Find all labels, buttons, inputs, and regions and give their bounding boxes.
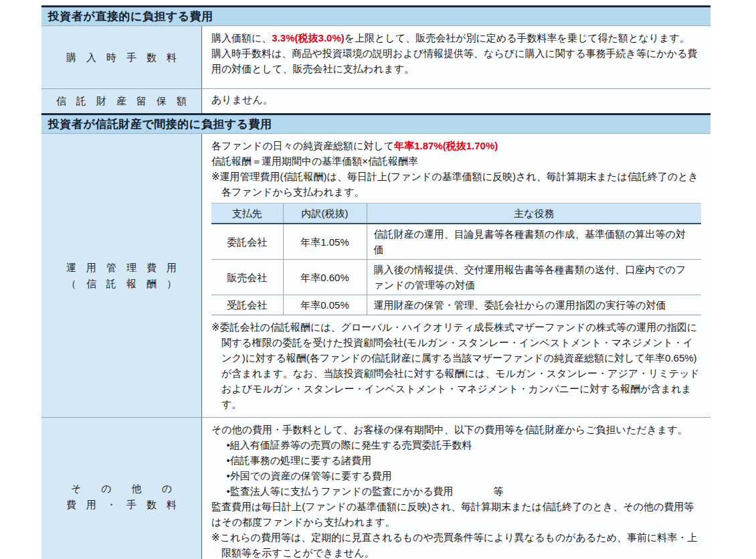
section-title: 投資者が直接的に負担する費用: [48, 9, 213, 24]
other-fees-label-line2: 費 用 ・ 手 数 料: [66, 497, 177, 513]
fee-breakdown-table: 支払先 内訳(税抜) 主な役務 委託会社 年率1.05% 信託財産の運用、目論見…: [211, 203, 701, 315]
table-row: 委託会社 年率1.05% 信託財産の運用、目論見書等各種書類の作成、基準価額の算…: [211, 224, 701, 260]
retention-label: 信 託 財 産 留 保 額: [56, 93, 187, 109]
management-fee-label-line2: （ 信 託 報 酬 ）: [66, 276, 177, 292]
purchase-fee-purpose-text: 購入時手数料は、商品や投資環境の説明および情報提供等、ならびに購入に関する事務手…: [211, 46, 701, 76]
payee-cell: 委託会社: [211, 224, 283, 260]
management-fee-content: 各ファンドの日々の純資産総額に対して年率1.87%(税抜1.70%) 信託報酬＝…: [202, 134, 711, 417]
retention-label-cell: 信 託 財 産 留 保 額: [41, 89, 202, 113]
other-fees-bullet-foreign-custody: •外国での資産の保管等に要する費用: [211, 468, 701, 483]
rate-cell: 年率0.05%: [283, 295, 367, 315]
purchase-fee-limit-text: 購入価額に、3.3%(税抜3.0%)を上限として、販売会社が別に定める手数料率を…: [211, 30, 701, 46]
management-fee-note2: ※委託会社の信託報酬には、グローバル・ハイクオリティ成長株式マザーファンドの株式…: [211, 319, 701, 412]
other-fees-intro-text: その他の費用・手数料として、お客様の保有期間中、以下の費用等を信託財産からご負担…: [211, 422, 701, 437]
other-fees-bullet-brokerage: •組入有価証券等の売買の際に発生する売買委託手数料: [211, 437, 701, 453]
management-fee-rate-text: 各ファンドの日々の純資産総額に対して年率1.87%(税抜1.70%): [211, 138, 701, 153]
row-management-fee: 運 用 管 理 費 用 （ 信 託 報 酬 ） 各ファンドの日々の純資産総額に対…: [41, 134, 711, 417]
retention-text: ありません。: [211, 92, 701, 107]
management-fee-label-cell: 運 用 管 理 費 用 （ 信 託 報 酬 ）: [41, 134, 202, 417]
retention-content: ありません。: [202, 89, 711, 113]
purchase-fee-label-cell: 購 入 時 手 数 料: [41, 26, 202, 88]
table-row: 販売会社 年率0.60% 購入後の情報提供、交付運用報告書等各種書類の送付、口座…: [211, 260, 701, 295]
fee-breakdown-header-row: 支払先 内訳(税抜) 主な役務: [211, 204, 701, 224]
role-cell: 運用財産の保管・管理、委託会社からの運用指図の実行等の対価: [367, 295, 701, 315]
role-cell: 信託財産の運用、目論見書等各種書類の作成、基準価額の算出等の対価: [367, 224, 701, 260]
purchase-fee-content: 購入価額に、3.3%(税抜3.0%)を上限として、販売会社が別に定める手数料率を…: [202, 26, 711, 88]
col-header-rate: 内訳(税抜): [283, 204, 367, 224]
row-other-fees: そ の 他 の 費 用 ・ 手 数 料 その他の費用・手数料として、お客様の保有…: [41, 417, 711, 559]
purchase-fee-label: 購 入 時 手 数 料: [66, 50, 177, 66]
section-header-indirect-costs: 投資者が信託財産で間接的に負担する費用: [41, 113, 711, 134]
other-fees-audit-text: 監査費用は毎日計上(ファンドの基準価額に反映)され、毎計算期末または信託終了のと…: [211, 499, 701, 530]
col-header-payee: 支払先: [211, 204, 283, 224]
role-cell: 購入後の情報提供、交付運用報告書等各種書類の送付、口座内でのファンドの管理等の対…: [367, 260, 701, 295]
fund-fees-document: 投資者が直接的に負担する費用 購 入 時 手 数 料 購入価額に、3.3%(税抜…: [0, 0, 756, 559]
col-header-role: 主な役務: [367, 204, 701, 224]
other-fees-bullet-trust-admin: •信託事務の処理に要する諸費用: [211, 453, 701, 468]
rate-cell: 年率1.05%: [283, 224, 367, 260]
row-retention-amount: 信 託 財 産 留 保 額 ありません。: [41, 88, 711, 113]
fees-table: 投資者が直接的に負担する費用 購 入 時 手 数 料 購入価額に、3.3%(税抜…: [41, 5, 711, 559]
row-purchase-fee: 購 入 時 手 数 料 購入価額に、3.3%(税抜3.0%)を上限として、販売会…: [41, 26, 711, 88]
section-header-direct-costs: 投資者が直接的に負担する費用: [41, 5, 711, 26]
table-row: 受託会社 年率0.05% 運用財産の保管・管理、委託会社からの運用指図の実行等の…: [211, 295, 701, 315]
payee-cell: 受託会社: [211, 295, 283, 315]
other-fees-note: ※これらの費用等は、定期的に見直されるものや売買条件等により異なるものがあるため…: [211, 530, 701, 559]
other-fees-bullet-audit: •監査法人等に支払うファンドの監査にかかる費用 等: [211, 483, 701, 499]
other-fees-content: その他の費用・手数料として、お客様の保有期間中、以下の費用等を信託財産からご負担…: [202, 418, 711, 559]
management-fee-label-line1: 運 用 管 理 費 用: [66, 260, 177, 276]
other-fees-label-line1: そ の 他 の: [71, 481, 172, 497]
management-fee-formula-text: 信託報酬＝運用期間中の基準価額×信託報酬率: [211, 153, 701, 169]
payee-cell: 販売会社: [211, 260, 283, 295]
rate-cell: 年率0.60%: [283, 260, 367, 295]
management-fee-note1: ※運用管理費用(信託報酬)は、毎日計上(ファンドの基準価額に反映)され、毎計算期…: [211, 169, 701, 199]
section-title: 投資者が信託財産で間接的に負担する費用: [48, 116, 272, 132]
other-fees-label-cell: そ の 他 の 費 用 ・ 手 数 料: [41, 418, 202, 559]
